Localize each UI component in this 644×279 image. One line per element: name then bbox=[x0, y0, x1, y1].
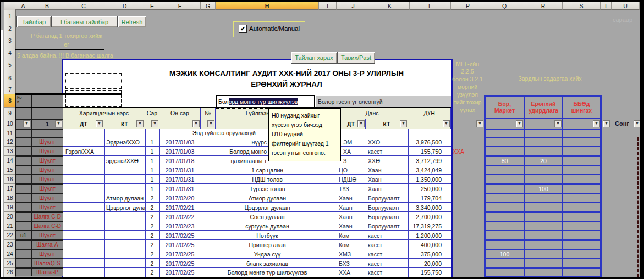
alloc-cell-s22[interactable] bbox=[563, 231, 601, 240]
cell-b21[interactable]: Шалга C-D bbox=[31, 221, 63, 231]
cell-amt-25[interactable]: 20,000 bbox=[408, 259, 450, 268]
cell-date-23[interactable]: 2017/02/25 bbox=[159, 240, 200, 249]
cell-adt-21[interactable]: Хаан bbox=[337, 221, 365, 231]
alloc-cell-r21[interactable] bbox=[524, 221, 563, 231]
cell-b13[interactable]: Шүүлт bbox=[31, 147, 63, 156]
cell-b23[interactable]: Шалга-А bbox=[31, 240, 63, 249]
cell-desc-17[interactable]: Түрээс төлөв bbox=[216, 184, 319, 193]
cell-a13[interactable] bbox=[15, 147, 31, 156]
select-all-corner[interactable] bbox=[4, 2, 16, 10]
cell-akt-22[interactable]: касст bbox=[366, 231, 408, 240]
row-header-6[interactable]: 6 bbox=[4, 71, 15, 85]
filter-dropdown-month[interactable] bbox=[151, 120, 158, 127]
cell-amt-21[interactable]: 17,319,275 bbox=[408, 221, 450, 231]
cell-date-19[interactable]: 2017/02/21 bbox=[159, 203, 200, 212]
filter-dropdown-dt[interactable] bbox=[96, 120, 103, 127]
cell-a14[interactable] bbox=[15, 156, 31, 165]
alloc-cell-s26[interactable] bbox=[563, 268, 601, 276]
filter-dropdown-s[interactable] bbox=[593, 120, 600, 127]
filter-dropdown-t[interactable] bbox=[603, 120, 610, 127]
cell-b17[interactable]: Шүүлт bbox=[31, 184, 63, 193]
column-header-J[interactable]: J bbox=[337, 2, 370, 10]
cell-m-12[interactable]: 1 bbox=[145, 137, 159, 147]
row-header-10[interactable]: 10 bbox=[4, 119, 15, 129]
cell-amt-13[interactable]: 155,750 bbox=[408, 147, 450, 156]
column-header-P[interactable]: P bbox=[451, 2, 485, 10]
cell-a11[interactable] bbox=[15, 129, 31, 137]
row-header-15[interactable]: 15 bbox=[4, 165, 15, 175]
cell-akt-19[interactable]: Борлуулалт bbox=[366, 203, 408, 212]
cell-m-16[interactable]: 1 bbox=[145, 175, 159, 184]
cell-m-24[interactable]: 2 bbox=[145, 249, 159, 259]
cell-dt-13[interactable]: Гэрэл/ХХА bbox=[64, 147, 104, 156]
alloc-cell-r11[interactable] bbox=[524, 129, 563, 137]
cell-desc-24[interactable]: Ундаа сүү bbox=[216, 249, 319, 259]
column-header-T[interactable]: T bbox=[601, 2, 612, 10]
row-header-11[interactable]: 11 bbox=[4, 129, 15, 137]
cell-amt-23[interactable]: 400,000 bbox=[408, 240, 450, 249]
alloc-cell-q15[interactable] bbox=[485, 165, 524, 175]
alloc-cell-r25[interactable] bbox=[524, 259, 563, 268]
alloc-cell-r16[interactable] bbox=[524, 175, 563, 184]
alloc-cell-q25[interactable] bbox=[485, 259, 524, 268]
row-header-7[interactable]: 7 bbox=[4, 85, 15, 94]
column-header-G[interactable]: G bbox=[201, 2, 216, 10]
active-cell-h8[interactable]: Болорд мөнгө түр шилжүүлэв bbox=[216, 95, 315, 108]
alloc-cell-q17[interactable] bbox=[485, 184, 524, 193]
cell-amt-22[interactable]: 1,200,000 bbox=[408, 231, 450, 240]
view-report-button[interactable]: Тайлан харах bbox=[291, 52, 337, 64]
cell-adt-19[interactable]: Хаан bbox=[337, 203, 365, 212]
alloc-cell-q24[interactable]: 100 bbox=[485, 249, 524, 259]
row-header-25[interactable]: 25 bbox=[4, 259, 15, 268]
cell-m-17[interactable]: 1 bbox=[145, 184, 159, 193]
cell-a24[interactable] bbox=[15, 249, 31, 259]
cell-date-26[interactable]: 2017/02/25 bbox=[159, 268, 200, 276]
cell-a18[interactable] bbox=[15, 193, 31, 203]
alloc-cell-q16[interactable] bbox=[485, 175, 524, 184]
filter-dropdown-kt[interactable] bbox=[136, 120, 144, 127]
alloc-cell-s18[interactable] bbox=[563, 193, 601, 203]
column-header-B[interactable]: B bbox=[31, 2, 63, 10]
paste-button[interactable]: Тавих/Past bbox=[337, 52, 375, 64]
cell-desc-23[interactable]: Принтер авав bbox=[216, 240, 319, 249]
alloc-cell-q20[interactable] bbox=[485, 212, 524, 221]
alloc-cell-s11[interactable] bbox=[563, 129, 601, 137]
alloc-cell-s15[interactable] bbox=[563, 165, 601, 175]
alloc-cell-q21[interactable] bbox=[485, 221, 524, 231]
cell-m-22[interactable]: 2 bbox=[145, 231, 159, 240]
filter-dropdown-a[interactable] bbox=[23, 120, 30, 127]
cell-b11[interactable] bbox=[31, 129, 63, 137]
cell-date-25[interactable]: 2017/02/25 bbox=[159, 259, 200, 268]
row-header-14[interactable]: 14 bbox=[4, 156, 15, 165]
column-header-U[interactable]: U bbox=[612, 2, 640, 10]
cell-m-15[interactable]: 1 bbox=[145, 165, 159, 175]
alloc-cell-r12[interactable] bbox=[524, 137, 563, 147]
row-header-18[interactable]: 18 bbox=[4, 193, 15, 203]
cell-a22[interactable]: u1 bbox=[15, 231, 31, 240]
alloc-cell-s13[interactable] bbox=[563, 147, 601, 156]
cell-b26[interactable]: Шалга-P bbox=[31, 268, 63, 276]
alloc-cell-r22[interactable] bbox=[524, 231, 563, 240]
column-header-E[interactable]: E bbox=[145, 2, 159, 10]
alloc-cell-r23[interactable] bbox=[524, 240, 563, 249]
cell-b25[interactable]: ШалгаQ-S bbox=[31, 259, 63, 268]
cell-a21[interactable] bbox=[15, 221, 31, 231]
cell-date-24[interactable]: 2017/02/25 bbox=[159, 249, 200, 259]
cell-m-25[interactable]: 2 bbox=[145, 259, 159, 268]
cell-a23[interactable] bbox=[15, 240, 31, 249]
alloc-cell-q18[interactable] bbox=[485, 193, 524, 203]
cell-a25[interactable] bbox=[15, 259, 31, 268]
cell-adt-17[interactable]: ТҮЗ bbox=[337, 184, 365, 193]
cell-b8[interactable] bbox=[31, 94, 63, 108]
cell-adt-16[interactable]: НДШӨ bbox=[337, 175, 365, 184]
cell-amt-12[interactable]: 3,976,500 bbox=[408, 137, 450, 147]
cell-desc-26[interactable]: Болорд мөнгө түр шилжүүлэв bbox=[216, 268, 319, 276]
cell-b12[interactable]: Шүүлт bbox=[31, 137, 63, 147]
column-header-R[interactable]: R bbox=[524, 2, 563, 10]
cell-adt-22[interactable]: Ком bbox=[337, 231, 365, 240]
cell-b19[interactable]: Шүүлт bbox=[31, 203, 63, 212]
alloc-cell-q23[interactable] bbox=[485, 240, 524, 249]
column-header-I[interactable]: I bbox=[319, 2, 337, 10]
cell-kt-14[interactable]: эрдэнэ/ХХӨ bbox=[104, 156, 145, 165]
cell-desc-21[interactable]: сургууль дулаан bbox=[216, 221, 319, 231]
